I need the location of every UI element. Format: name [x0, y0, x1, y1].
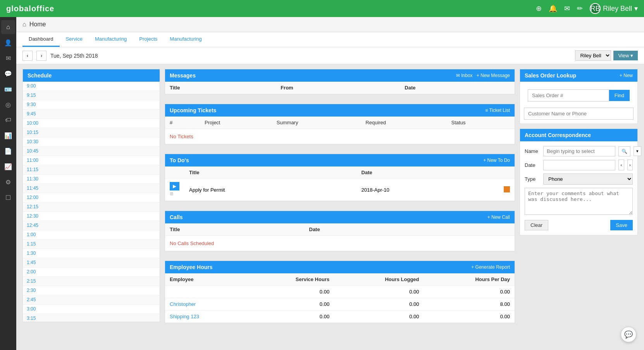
- sales-order-card: Sales Order Lookup + New Find: [520, 69, 638, 124]
- new-message-btn[interactable]: + New Message: [477, 73, 510, 78]
- todo-action-btn[interactable]: ▶: [170, 182, 179, 190]
- name-dropdown-icon[interactable]: ▾: [634, 146, 641, 156]
- left-column: Schedule 9:00 9:15 9:30 9:45 10:00 10:15…: [22, 69, 160, 322]
- sales-order-input[interactable]: [528, 89, 609, 101]
- bell-icon[interactable]: 🔔: [549, 4, 557, 13]
- service-hours: 0.00: [245, 286, 334, 298]
- sidebar-mail-icon[interactable]: ✉: [1, 51, 15, 65]
- clear-button[interactable]: Clear: [525, 220, 548, 230]
- sidebar-home-icon[interactable]: ⌂: [1, 20, 15, 34]
- avatar: RB: [590, 3, 601, 14]
- current-date: Tue, Sep 25th 2018: [50, 53, 571, 59]
- tab-dashboard[interactable]: Dashboard: [22, 32, 60, 47]
- col-date: Date: [400, 82, 515, 94]
- name-input[interactable]: [543, 146, 615, 156]
- time-slot: 12:15: [23, 202, 160, 212]
- sidebar-contact-icon[interactable]: 🪪: [1, 82, 15, 96]
- hours-per-day: 0.00: [424, 286, 515, 298]
- date-next-btn[interactable]: ›: [36, 51, 46, 61]
- sidebar-circle-icon[interactable]: ◎: [1, 98, 15, 112]
- find-button[interactable]: Find: [609, 90, 630, 101]
- time-slot: 2:45: [23, 295, 160, 305]
- col-title: Title: [165, 223, 305, 236]
- time-slot: 10:30: [23, 137, 160, 147]
- sidebar-user-icon[interactable]: 👤: [1, 36, 15, 50]
- schedule-header: Schedule: [23, 69, 160, 82]
- sales-order-body: Find: [520, 82, 637, 124]
- service-hours: 0.00: [245, 298, 334, 311]
- messages-title: Messages: [170, 72, 196, 79]
- sidebar-file-icon[interactable]: 📄: [1, 144, 15, 158]
- tab-projects[interactable]: Projects: [133, 32, 164, 47]
- customer-name-input[interactable]: [524, 108, 634, 120]
- col-project: Project: [200, 117, 272, 129]
- date-label: Date: [525, 162, 540, 168]
- pencil-icon[interactable]: ✏: [577, 4, 583, 13]
- name-row: Name 🔍 ▾: [525, 146, 633, 156]
- todo-color-indicator: [504, 186, 510, 192]
- comments-textarea[interactable]: [525, 188, 633, 215]
- top-nav-right: ⊕ 🔔 ✉ ✏ RB Riley Bell ▾: [536, 3, 638, 14]
- employee-name: Shipping 123: [165, 311, 245, 323]
- time-slot: 10:15: [23, 128, 160, 137]
- employee-link[interactable]: Christopher: [170, 301, 196, 307]
- date-next-btn[interactable]: ›: [627, 160, 633, 170]
- name-label: Name: [525, 148, 540, 154]
- date-input[interactable]: 2018-09-25 12:34: [543, 160, 615, 170]
- view-button[interactable]: View ▾: [613, 51, 638, 60]
- new-todo-btn[interactable]: + New To Do: [483, 158, 510, 163]
- todo-date: 2018-Apr-10: [357, 179, 499, 201]
- left-sidebar: ⌂ 👤 ✉ 💬 🪪 ◎ 🏷 📊 📄 📈 ⚙ ☐: [0, 17, 16, 333]
- hours-table: Employee Service Hours Hours Logged Hour…: [165, 273, 515, 323]
- type-row: Type Phone Email In Person Other: [525, 173, 633, 185]
- schedule-times: 9:00 9:15 9:30 9:45 10:00 10:15 10:30 10…: [23, 82, 160, 322]
- account-correspondence-card: Account Correspondence Name 🔍 ▾ Date 201…: [520, 129, 638, 235]
- tab-manufacturing2[interactable]: Manufacturing: [164, 32, 208, 47]
- user-menu[interactable]: RB Riley Bell ▾: [590, 3, 638, 14]
- employee-hours-card: Employee Hours + Generate Report Employe…: [165, 261, 515, 323]
- col-from: From: [276, 82, 400, 94]
- type-select[interactable]: Phone Email In Person Other: [543, 173, 633, 185]
- no-tickets-msg: No Tickets: [165, 129, 515, 144]
- tab-service[interactable]: Service: [60, 32, 89, 47]
- sales-order-new-btn[interactable]: + New: [620, 73, 633, 78]
- tab-manufacturing[interactable]: Manufacturing: [89, 32, 133, 47]
- col-date: Date: [305, 223, 449, 236]
- mail-icon[interactable]: ✉: [564, 4, 570, 13]
- time-slot: 10:00: [23, 119, 160, 128]
- ticket-list-btn[interactable]: ≡ Ticket List: [485, 108, 510, 113]
- sidebar-barchart-icon[interactable]: 📈: [1, 160, 15, 173]
- save-button[interactable]: Save: [610, 220, 633, 230]
- no-calls-msg: No Calls Scheduled: [165, 236, 515, 251]
- todos-body: ▶ ≡ Apply for Permit 2018-Apr-10: [165, 179, 515, 201]
- todos-title: To Do's: [170, 157, 189, 163]
- new-call-btn[interactable]: + New Call: [487, 214, 510, 220]
- user-select[interactable]: Riley Bell: [575, 50, 611, 61]
- sidebar-tag-icon[interactable]: 🏷: [1, 113, 15, 127]
- sidebar-chat-icon[interactable]: 💬: [1, 67, 15, 81]
- time-slot: 10:45: [23, 147, 160, 156]
- date-prev-btn[interactable]: ‹: [22, 51, 33, 61]
- employee-link[interactable]: Shipping 123: [170, 314, 199, 319]
- date-prev-btn[interactable]: ‹: [618, 160, 624, 170]
- table-row: Shipping 123 0.00 0.00 0.00: [165, 311, 515, 323]
- inbox-btn[interactable]: ✉ Inbox: [456, 73, 473, 78]
- messages-actions: ✉ Inbox + New Message: [456, 73, 510, 78]
- breadcrumb-home-icon: ⌂: [22, 21, 26, 28]
- generate-report-btn[interactable]: + Generate Report: [471, 264, 510, 270]
- date-nav-right: Riley Bell View ▾: [575, 50, 638, 61]
- service-hours: 0.00: [245, 311, 334, 323]
- sidebar-chart-icon[interactable]: 📊: [1, 129, 15, 142]
- main-content: ⌂ Home Dashboard Service Manufacturing P…: [16, 17, 644, 333]
- hours-per-day: 0.00: [424, 311, 515, 323]
- table-row: ▶ ≡ Apply for Permit 2018-Apr-10: [165, 179, 515, 201]
- sidebar-settings-icon[interactable]: ⚙: [1, 175, 15, 189]
- time-slot: 2:15: [23, 277, 160, 286]
- tickets-title: Upcoming Tickets: [170, 107, 216, 113]
- drag-handle-icon[interactable]: ≡: [170, 190, 173, 197]
- sidebar-box-icon[interactable]: ☐: [1, 190, 15, 204]
- hours-body: 0.00 0.00 0.00 Christopher 0.00 0.00 8.0…: [165, 286, 515, 323]
- calls-body: No Calls Scheduled: [165, 236, 515, 251]
- plus-icon[interactable]: ⊕: [536, 4, 542, 13]
- name-search-icon[interactable]: 🔍: [618, 146, 630, 156]
